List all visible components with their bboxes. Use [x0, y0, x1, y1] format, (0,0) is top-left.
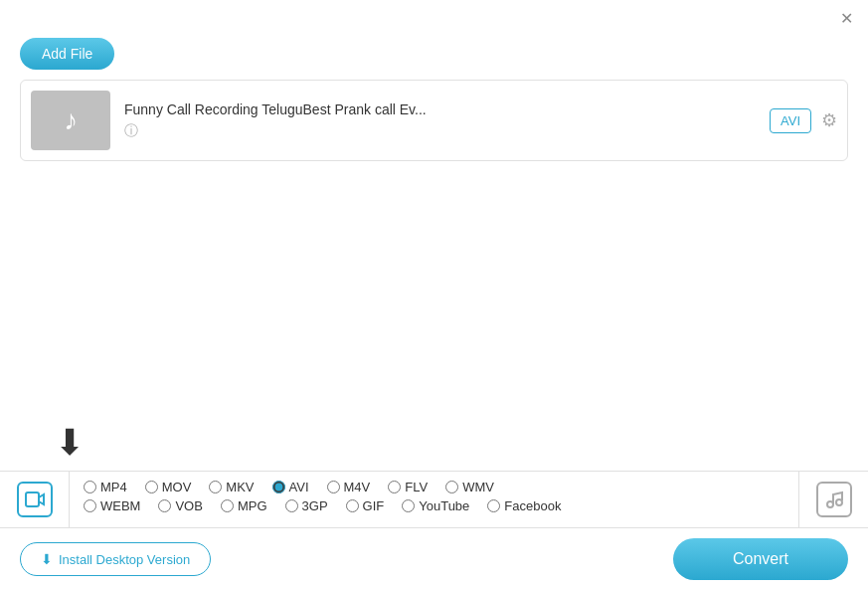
radio-input-wmv[interactable] — [445, 481, 458, 493]
radio-label-mpg: MPG — [238, 498, 267, 513]
toolbar: Add File — [0, 32, 868, 80]
radio-input-facebook[interactable] — [487, 499, 500, 512]
radio-label-webm: WEBM — [100, 498, 140, 513]
radio-label-avi: AVI — [289, 480, 309, 494]
audio-icon — [816, 482, 852, 517]
format-row-container: MP4MOVMKVAVIM4VFLVWMV WEBMVOBMPG3GPGIFYo… — [0, 472, 868, 528]
radio-vob[interactable]: VOB — [158, 498, 202, 513]
radio-label-facebook: Facebook — [504, 498, 561, 513]
radio-label-flv: FLV — [405, 480, 428, 494]
file-name: Funny Call Recording TeluguBest Prank ca… — [124, 101, 756, 117]
radio-label-m4v: M4V — [344, 480, 371, 494]
svg-rect-0 — [26, 492, 39, 506]
convert-button[interactable]: Convert — [673, 538, 848, 580]
title-bar: ✕ — [0, 0, 868, 32]
radio-input-mkv[interactable] — [209, 481, 222, 493]
radio-gif[interactable]: GIF — [346, 498, 385, 513]
radio-input-mov[interactable] — [145, 481, 158, 493]
radio-input-mpg[interactable] — [221, 499, 234, 512]
radio-label-youtube: YouTube — [419, 498, 469, 513]
radio-label-gif: GIF — [363, 498, 385, 513]
add-file-button[interactable]: Add File — [20, 38, 114, 70]
radio-input-mp4[interactable] — [84, 481, 96, 493]
radio-wmv[interactable]: WMV — [445, 480, 494, 494]
info-icon[interactable]: ⓘ — [124, 122, 138, 138]
radio-mp4[interactable]: MP4 — [84, 480, 127, 494]
format-row-2: WEBMVOBMPG3GPGIFYouTubeFacebook — [84, 498, 784, 513]
radio-m4v[interactable]: M4V — [327, 480, 371, 494]
radio-input-3gp[interactable] — [285, 499, 298, 512]
down-arrow-container: ⬇ — [55, 425, 85, 461]
format-options: MP4MOVMKVAVIM4VFLVWMV WEBMVOBMPG3GPGIFYo… — [70, 472, 798, 527]
file-thumbnail: ♪ — [31, 91, 110, 150]
video-format-icon[interactable] — [0, 472, 70, 527]
radio-mov[interactable]: MOV — [145, 480, 192, 494]
video-icon — [17, 482, 53, 517]
radio-input-vob[interactable] — [158, 499, 171, 512]
music-icon: ♪ — [64, 104, 78, 136]
format-row-1: MP4MOVMKVAVIM4VFLVWMV — [84, 480, 784, 494]
file-actions: AVI ⚙ — [770, 108, 837, 133]
radio-label-3gp: 3GP — [302, 498, 328, 513]
radio-label-mkv: MKV — [226, 480, 254, 494]
settings-icon[interactable]: ⚙ — [821, 109, 837, 131]
radio-input-m4v[interactable] — [327, 481, 340, 493]
file-info: Funny Call Recording TeluguBest Prank ca… — [124, 101, 756, 140]
radio-mpg[interactable]: MPG — [221, 498, 267, 513]
install-button[interactable]: ⬇ Install Desktop Version — [20, 542, 211, 576]
action-bar: ⬇ Install Desktop Version Convert — [0, 528, 868, 590]
radio-input-webm[interactable] — [84, 499, 96, 512]
close-button[interactable]: ✕ — [836, 8, 856, 28]
radio-input-avi[interactable] — [272, 481, 285, 493]
radio-avi[interactable]: AVI — [272, 480, 309, 494]
radio-label-mov: MOV — [162, 480, 192, 494]
download-icon: ⬇ — [41, 551, 53, 567]
radio-label-wmv: WMV — [462, 480, 494, 494]
install-label: Install Desktop Version — [59, 552, 190, 567]
down-arrow-icon: ⬇ — [55, 425, 85, 461]
radio-input-gif[interactable] — [346, 499, 359, 512]
radio-label-vob: VOB — [175, 498, 202, 513]
file-list: ♪ Funny Call Recording TeluguBest Prank … — [20, 80, 848, 161]
radio-webm[interactable]: WEBM — [84, 498, 140, 513]
radio-youtube[interactable]: YouTube — [402, 498, 469, 513]
radio-mkv[interactable]: MKV — [209, 480, 254, 494]
audio-format-icon[interactable] — [798, 472, 868, 527]
format-badge[interactable]: AVI — [770, 108, 811, 133]
radio-input-youtube[interactable] — [402, 499, 415, 512]
radio-facebook[interactable]: Facebook — [487, 498, 561, 513]
radio-input-flv[interactable] — [388, 481, 401, 493]
format-section: MP4MOVMKVAVIM4VFLVWMV WEBMVOBMPG3GPGIFYo… — [0, 471, 868, 590]
radio-3gp[interactable]: 3GP — [285, 498, 328, 513]
radio-label-mp4: MP4 — [100, 480, 127, 494]
radio-flv[interactable]: FLV — [388, 480, 428, 494]
